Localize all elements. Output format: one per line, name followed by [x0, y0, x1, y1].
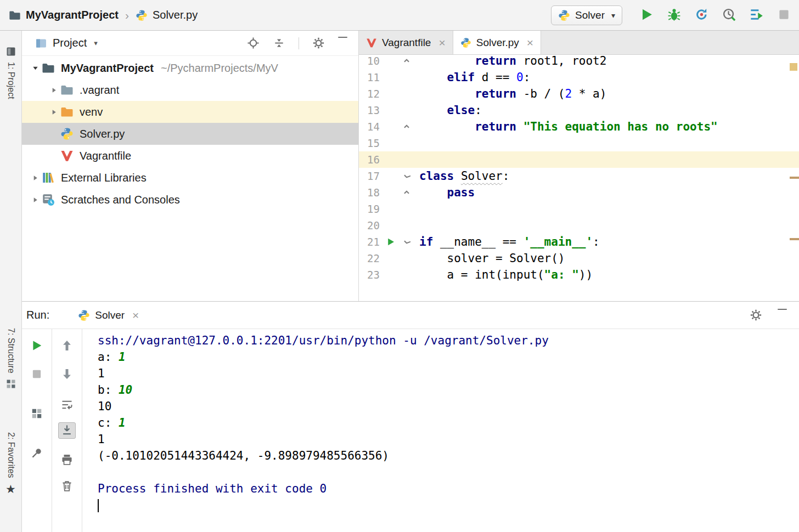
tab-vagrantfile[interactable]: Vagrantfile×	[359, 31, 453, 54]
stripe-favorites-button[interactable]: 2: Favorites ★	[0, 432, 21, 495]
run-config-label: Solver	[575, 9, 605, 21]
scroll-to-end-button[interactable]	[58, 422, 76, 439]
run-settings-gear-button[interactable]	[750, 309, 762, 321]
collapse-all-button[interactable]	[273, 37, 285, 49]
tree-item-scratches-and-consoles[interactable]: Scratches and Consoles	[22, 189, 358, 211]
locate-file-button[interactable]	[247, 37, 260, 49]
code-line-13[interactable]: 13 else:	[359, 102, 799, 118]
editor[interactable]: 10 return root1, root211 elif d == 0:12 …	[359, 55, 799, 281]
run-with-coverage-button[interactable]	[694, 8, 709, 23]
line-number: 16	[359, 154, 383, 166]
down-stack-trace-button[interactable]	[58, 366, 76, 383]
project-panel-title-group[interactable]: Project ▾	[35, 37, 98, 49]
code-line-12[interactable]: 12 return -b / (2 * a)	[359, 86, 799, 102]
python-icon	[60, 127, 75, 140]
project-tool-window-icon	[5, 46, 16, 57]
tree-item-vagrantfile[interactable]: Vagrantfile	[22, 145, 358, 167]
code-line-19[interactable]: 19	[359, 201, 799, 217]
scrollbar-marker-line[interactable]	[790, 238, 799, 240]
code-line-18[interactable]: 18 pass	[359, 184, 799, 201]
tree-item-venv[interactable]: venv	[22, 101, 358, 123]
chevron-right-icon[interactable]	[29, 196, 42, 204]
project-panel-actions	[247, 37, 351, 49]
chevron-right-icon[interactable]	[29, 174, 42, 182]
hide-run-panel-button[interactable]	[778, 309, 790, 321]
code-line-11[interactable]: 11 elif d == 0:	[359, 69, 799, 86]
run-tab-solver[interactable]: Solver ×	[78, 309, 139, 321]
star-icon: ★	[5, 483, 16, 495]
code-line-16[interactable]: 16	[359, 151, 799, 168]
close-icon[interactable]: ×	[527, 37, 533, 48]
hide-panel-button[interactable]	[338, 37, 351, 49]
scrollbar-marker-line[interactable]	[790, 177, 799, 179]
chevron-right-icon[interactable]	[47, 86, 60, 94]
console-output[interactable]: ssh://vagrant@127.0.0.1:2201/usr/bin/pyt…	[82, 329, 799, 532]
tree-item-vagrant[interactable]: .vagrant	[22, 79, 358, 101]
run-panel-body: ssh://vagrant@127.0.0.1:2201/usr/bin/pyt…	[22, 329, 799, 532]
print-button[interactable]	[58, 452, 76, 468]
restore-layout-button[interactable]	[28, 406, 46, 422]
code-text: solver = Solver()	[415, 252, 565, 265]
tree-item-path: ~/PycharmProjects/MyV	[161, 62, 278, 75]
python-icon	[78, 309, 90, 321]
trash-icon	[61, 480, 73, 494]
code-line-10[interactable]: 10 return root1, root2	[359, 55, 799, 69]
code-line-20[interactable]: 20	[359, 217, 799, 234]
breadcrumb-file[interactable]: Solver.py	[153, 9, 198, 21]
tree-item-external-libraries[interactable]: External Libraries	[22, 167, 358, 189]
code-line-23[interactable]: 23 a = int(input("a: "))	[359, 267, 799, 281]
scrollbar-marker-warning[interactable]	[790, 63, 797, 71]
code-line-14[interactable]: 14 return "This equation has no roots"	[359, 118, 799, 135]
tree-item-myvagrantproject[interactable]: MyVagrantProject~/PycharmProjects/MyV	[22, 57, 358, 79]
console-line: 1	[98, 365, 799, 382]
code-line-22[interactable]: 22 solver = Solver()	[359, 250, 799, 267]
stripe-project-button[interactable]: 1: Project	[0, 46, 21, 99]
line-number: 23	[359, 269, 383, 281]
code-text: return "This equation has no roots"	[415, 120, 718, 133]
pin-tab-button[interactable]	[28, 445, 46, 462]
run-config-selector[interactable]: Solver ▾	[551, 5, 622, 25]
stop-button[interactable]	[28, 366, 46, 383]
chevron-down-icon[interactable]	[29, 64, 42, 72]
fold-up-icon[interactable]	[398, 57, 415, 65]
tree-item-solver-py[interactable]: Solver.py	[22, 123, 358, 145]
run-button[interactable]	[639, 8, 654, 23]
tab-solver-py[interactable]: Solver.py×	[453, 31, 541, 54]
tab-label: Solver.py	[476, 37, 519, 49]
line-number: 10	[359, 55, 383, 67]
code-text: return root1, root2	[415, 55, 606, 67]
run-toolbar-primary	[22, 329, 52, 532]
settings-gear-button[interactable]	[312, 37, 325, 49]
tab-label: Vagrantfile	[382, 37, 431, 49]
chevron-right-icon[interactable]	[47, 108, 60, 116]
tree-item-label: Solver.py	[80, 128, 125, 140]
close-icon[interactable]: ×	[132, 309, 139, 321]
run-icon	[640, 8, 654, 23]
editor-area: Vagrantfile×Solver.py× 10 return root1, …	[359, 31, 799, 301]
fold-up-icon[interactable]	[398, 123, 415, 131]
stop-button[interactable]	[776, 8, 791, 23]
fold-down-icon[interactable]	[398, 238, 415, 246]
soft-wrap-button[interactable]	[58, 397, 76, 414]
run-line-icon[interactable]	[383, 237, 398, 246]
concurrency-diagram-button[interactable]	[749, 8, 764, 23]
close-icon[interactable]: ×	[438, 37, 445, 48]
stripe-structure-button[interactable]: 7: Structure	[0, 328, 21, 389]
fold-down-icon[interactable]	[398, 172, 415, 180]
down-icon	[61, 368, 73, 382]
run-panel-header: Run: Solver ×	[22, 302, 799, 329]
run-toolbar-secondary	[52, 329, 82, 532]
rerun-button[interactable]	[28, 338, 46, 354]
line-number: 12	[359, 88, 383, 100]
fold-up-icon[interactable]	[398, 189, 415, 196]
code-line-15[interactable]: 15	[359, 135, 799, 151]
breadcrumb-project[interactable]: MyVagrantProject	[26, 9, 119, 21]
code-line-17[interactable]: 17class Solver:	[359, 168, 799, 184]
clear-all-button[interactable]	[58, 478, 76, 495]
code-line-21[interactable]: 21if __name__ == '__main__':	[359, 234, 799, 250]
line-number: 13	[359, 104, 383, 116]
debug-button[interactable]	[666, 8, 682, 23]
profiler-button[interactable]	[721, 8, 736, 23]
tree-item-label: .vagrant	[80, 84, 119, 97]
up-stack-trace-button[interactable]	[58, 338, 76, 354]
